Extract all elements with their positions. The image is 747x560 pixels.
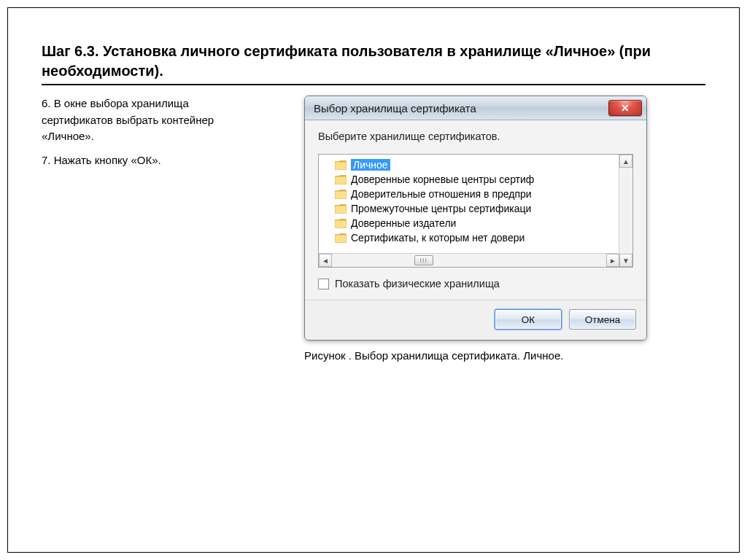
folder-icon xyxy=(335,204,347,214)
close-button[interactable]: ✕ xyxy=(608,100,642,116)
show-physical-stores-checkbox[interactable] xyxy=(318,279,329,289)
tree-item-label: Доверенные издатели xyxy=(351,217,456,229)
tree-item-label: Личное xyxy=(351,159,390,171)
svg-rect-3 xyxy=(335,206,347,214)
close-icon: ✕ xyxy=(621,102,630,114)
certificate-store-tree[interactable]: ЛичноеДоверенные корневые центры сертифД… xyxy=(318,154,633,268)
scroll-right-icon[interactable]: ► xyxy=(606,254,619,267)
folder-icon xyxy=(335,219,347,228)
svg-rect-4 xyxy=(335,220,347,228)
figure-caption: Рисунок . Выбор хранилища сертификата. Л… xyxy=(304,349,646,362)
folder-icon xyxy=(335,160,347,170)
svg-rect-2 xyxy=(335,191,347,199)
tree-item[interactable]: Доверительные отношения в предпри xyxy=(319,187,619,201)
tree-item[interactable]: Доверенные корневые центры сертиф xyxy=(319,172,619,187)
tree-item-label: Сертификаты, к которым нет довери xyxy=(351,232,525,244)
folder-icon xyxy=(335,190,347,199)
tree-item-label: Промежуточные центры сертификаци xyxy=(351,203,531,214)
dialog-title: Выбор хранилища сертификата xyxy=(314,102,476,114)
vertical-scrollbar[interactable]: ▲ ▼ xyxy=(619,155,632,267)
tree-item[interactable]: Сертификаты, к которым нет довери xyxy=(319,230,619,245)
svg-rect-0 xyxy=(335,162,347,170)
folder-icon xyxy=(335,175,347,184)
step-instructions: 6. В окне выбора хранилища сертификатов … xyxy=(42,96,260,176)
step-6-text: 6. В окне выбора хранилища сертификатов … xyxy=(42,96,260,145)
svg-rect-1 xyxy=(335,176,347,184)
step-heading: Шаг 6.3. Установка личного сертификата п… xyxy=(42,42,705,85)
scroll-up-icon[interactable]: ▲ xyxy=(619,155,632,168)
tree-item[interactable]: Доверенные издатели xyxy=(319,216,619,230)
folder-icon xyxy=(335,233,347,243)
step-7-text: 7. Нажать кнопку «ОК». xyxy=(42,152,260,169)
tree-item[interactable]: Промежуточные центры сертификаци xyxy=(319,201,619,216)
tree-item-label: Доверенные корневые центры сертиф xyxy=(351,174,534,185)
tree-item-label: Доверительные отношения в предпри xyxy=(351,188,532,200)
cancel-button[interactable]: Отмена xyxy=(569,309,636,330)
svg-rect-5 xyxy=(335,235,347,243)
horizontal-scrollbar[interactable]: ◄ III ► xyxy=(319,253,619,267)
scroll-left-icon[interactable]: ◄ xyxy=(319,254,332,267)
dialog-prompt: Выберите хранилище сертификатов. xyxy=(318,131,633,142)
dialog-titlebar[interactable]: Выбор хранилища сертификата ✕ xyxy=(305,96,646,120)
scroll-down-icon[interactable]: ▼ xyxy=(619,254,632,267)
ok-button[interactable]: ОК xyxy=(495,309,562,330)
tree-item[interactable]: Личное xyxy=(319,158,619,172)
certificate-store-dialog: Выбор хранилища сертификата ✕ Выберите х… xyxy=(304,96,647,341)
scroll-thumb[interactable]: III xyxy=(414,255,433,265)
show-physical-stores-label: Показать физические хранилища xyxy=(335,278,500,289)
